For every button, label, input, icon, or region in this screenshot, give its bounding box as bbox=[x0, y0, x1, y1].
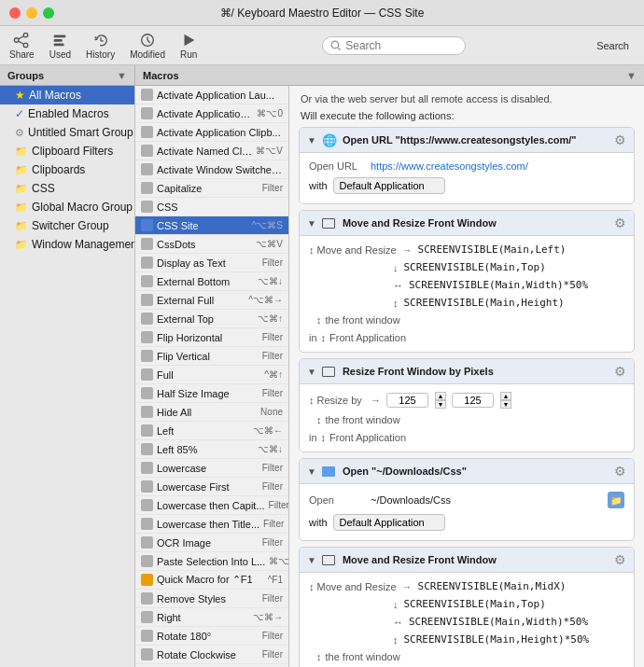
modified-button[interactable]: Modified bbox=[130, 32, 165, 60]
list-item[interactable]: Paste Selection Into L... ⌘⌥C bbox=[135, 552, 288, 571]
action-gear-icon[interactable]: ⚙ bbox=[614, 552, 626, 567]
macro-shortcut: Filter bbox=[262, 183, 283, 193]
sidebar-item-all-macros[interactable]: ★ All Macros bbox=[0, 86, 134, 104]
share-button[interactable]: Share bbox=[9, 32, 35, 60]
action-gear-icon[interactable]: ⚙ bbox=[614, 132, 626, 147]
resize-height-stepper[interactable]: ▲ ▼ bbox=[500, 392, 511, 409]
list-item[interactable]: Activate Named Clipboar... ⌘⌥V bbox=[135, 142, 288, 160]
run-button[interactable]: Run bbox=[180, 32, 197, 60]
action-gear-icon[interactable]: ⚙ bbox=[614, 364, 626, 379]
list-item[interactable]: Lowercase then Capit... Filter bbox=[135, 496, 288, 515]
list-item[interactable]: External Top ⌥⌘↑ bbox=[135, 310, 288, 328]
macro-label: Lowercase then Title... bbox=[157, 519, 259, 530]
list-item[interactable]: Lowercase then Title... Filter bbox=[135, 515, 288, 534]
close-button[interactable] bbox=[9, 7, 21, 19]
resize-height-up[interactable]: ▲ bbox=[500, 392, 511, 400]
sidebar-item-switcher-group[interactable]: 📁 Switcher Group bbox=[0, 216, 134, 235]
search-input[interactable] bbox=[345, 39, 457, 52]
list-item[interactable]: Display as Text Filter bbox=[135, 254, 288, 272]
resize-height-down[interactable]: ▼ bbox=[500, 400, 511, 409]
macro-label: Capitalize bbox=[157, 183, 259, 194]
maximize-button[interactable] bbox=[43, 7, 54, 19]
collapse-arrow-icon[interactable]: ▼ bbox=[307, 367, 316, 377]
resize-width-stepper[interactable]: ▲ ▼ bbox=[435, 392, 446, 409]
macro-shortcut: ⌘⌥V bbox=[256, 146, 283, 156]
resize-width-down[interactable]: ▼ bbox=[435, 400, 446, 409]
list-item[interactable]: Quick Macro for ⌃F1 ^F1 bbox=[135, 571, 288, 590]
resize-width-input[interactable] bbox=[386, 393, 428, 408]
macro-label: OCR Image bbox=[157, 537, 259, 549]
list-item[interactable]: Hide All None bbox=[135, 403, 288, 422]
history-button[interactable]: History bbox=[86, 32, 115, 60]
list-item-css-site[interactable]: CSS Site ^⌥⌘S bbox=[135, 216, 288, 235]
list-item[interactable]: Activate Application Swit... ⌘⌥0 bbox=[135, 104, 288, 123]
modified-icon bbox=[139, 32, 156, 49]
groups-filter-icon[interactable]: ▼ bbox=[117, 70, 127, 81]
list-item[interactable]: CssDots ⌥⌘V bbox=[135, 235, 288, 254]
list-item[interactable]: Rotate 180° Filter bbox=[135, 627, 288, 646]
search-button[interactable]: Search bbox=[591, 40, 635, 51]
list-item[interactable]: Half Size Image Filter bbox=[135, 384, 288, 403]
macro-shortcut: Filter bbox=[262, 593, 283, 604]
move-resize-h-value: SCREENVISIBLE(Main,Height)*50% bbox=[404, 633, 590, 646]
app-selector-open-url[interactable]: Default Application bbox=[333, 177, 445, 194]
folder-icon: 📁 bbox=[15, 239, 28, 251]
list-item[interactable]: Left ⌥⌘← bbox=[135, 422, 288, 440]
search-container[interactable] bbox=[322, 36, 466, 55]
sidebar-item-clipboards[interactable]: 📁 Clipboards bbox=[0, 160, 134, 179]
used-button[interactable]: Used bbox=[49, 32, 71, 60]
macro-icon bbox=[141, 275, 153, 287]
list-item[interactable]: Flip Vertical Filter bbox=[135, 347, 288, 366]
list-item[interactable]: Remove Styles Filter bbox=[135, 590, 288, 608]
action-gear-icon[interactable]: ⚙ bbox=[614, 464, 626, 479]
macro-shortcut: ⌥⌘↑ bbox=[258, 313, 283, 324]
arrow-right-icon: → bbox=[402, 244, 413, 256]
macro-label: Flip Vertical bbox=[157, 351, 259, 362]
list-item[interactable]: Activate Application Lau... bbox=[135, 86, 288, 104]
list-item[interactable]: External Bottom ⌥⌘↓ bbox=[135, 272, 288, 291]
macro-icon bbox=[141, 424, 153, 437]
globe-icon: 🌐 bbox=[322, 133, 337, 147]
macro-label: Right bbox=[157, 612, 249, 623]
toolbar-actions: Share Used History M bbox=[9, 32, 197, 60]
collapse-arrow-icon[interactable]: ▼ bbox=[307, 466, 316, 477]
list-item[interactable]: Activate Window Switcher ... bbox=[135, 160, 288, 179]
list-item[interactable]: Capitalize Filter bbox=[135, 179, 288, 198]
macro-icon bbox=[141, 163, 153, 175]
collapse-arrow-icon[interactable]: ▼ bbox=[307, 218, 316, 229]
sidebar-item-untitled-smart-group[interactable]: ⚙ Untitled Smart Group bbox=[0, 123, 134, 142]
action-body: Open ~/Downloads/Css 📁 with Default Appl… bbox=[300, 484, 634, 540]
collapse-arrow-icon[interactable]: ▼ bbox=[307, 555, 316, 565]
list-item[interactable]: CSS bbox=[135, 198, 288, 216]
list-item[interactable]: Left 85% ⌥⌘↓ bbox=[135, 440, 288, 459]
sidebar-item-clipboard-filters[interactable]: 📁 Clipboard Filters bbox=[0, 142, 134, 160]
macro-label: CSS Site bbox=[157, 220, 248, 231]
sidebar-item-global-macro-group[interactable]: 📁 Global Macro Group bbox=[0, 198, 134, 216]
list-item[interactable]: OCR Image Filter bbox=[135, 534, 288, 552]
list-item[interactable]: Lowercase First Filter bbox=[135, 478, 288, 496]
macros-filter-icon[interactable]: ▼ bbox=[626, 70, 637, 81]
resize-by-label: ↕ Resize by bbox=[309, 395, 365, 406]
minimize-button[interactable] bbox=[26, 7, 37, 19]
list-item[interactable]: Lowercase Filter bbox=[135, 459, 288, 478]
list-item[interactable]: Activate Application Clipb... bbox=[135, 123, 288, 142]
resize-width-up[interactable]: ▲ bbox=[435, 392, 446, 400]
arrow-right-icon: → bbox=[371, 395, 381, 406]
collapse-arrow-icon[interactable]: ▼ bbox=[307, 135, 316, 146]
action-gear-icon[interactable]: ⚙ bbox=[614, 215, 626, 230]
list-item[interactable]: Full ^⌘↑ bbox=[135, 366, 288, 384]
macros-label: Macros bbox=[143, 70, 179, 81]
browse-folder-button[interactable]: 📁 bbox=[608, 492, 624, 508]
list-item[interactable]: Rotate Clockwise Filter bbox=[135, 646, 288, 664]
app-selector-folder[interactable]: Default Application bbox=[333, 514, 445, 531]
sidebar-item-css[interactable]: 📁 CSS bbox=[0, 179, 134, 198]
svg-line-15 bbox=[338, 47, 341, 49]
list-item[interactable]: External Full ^⌥⌘→ bbox=[135, 291, 288, 310]
list-item-right[interactable]: Right ⌥⌘→ bbox=[135, 608, 288, 627]
window-controls[interactable] bbox=[9, 7, 54, 19]
macro-icon bbox=[141, 630, 153, 642]
sidebar-item-window-management[interactable]: 📁 Window Management bbox=[0, 235, 134, 254]
list-item[interactable]: Flip Horizontal Filter bbox=[135, 328, 288, 347]
sidebar-item-enabled-macros[interactable]: ✓ Enabled Macros bbox=[0, 104, 134, 123]
resize-height-input[interactable] bbox=[452, 393, 494, 408]
